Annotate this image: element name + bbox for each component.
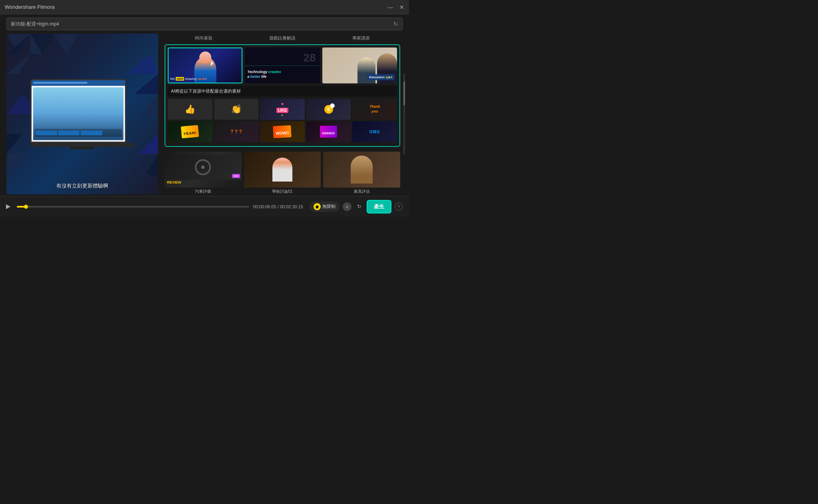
like-content: ♥ LIKE ✦ (276, 101, 289, 117)
car-card-bg: CAR SPORT CAR REVIEW (165, 152, 242, 188)
review-word: REVIEW (167, 180, 181, 184)
ohhh-content: OHHH!! (320, 126, 337, 138)
wow-content: WOW!! (273, 125, 292, 138)
video-content: 有沒有立刻更新體驗啊 (6, 34, 158, 194)
svg-marker-2 (54, 34, 78, 54)
tab-expert[interactable]: 專家講座 (322, 34, 400, 43)
template-card-car[interactable]: CAR SPORT CAR REVIEW (165, 152, 242, 188)
sticker-wow[interactable]: WOW!! (260, 121, 305, 142)
bottom-templates-grid: CAR SPORT CAR REVIEW Two-Way ACADEMIC (165, 152, 400, 188)
tech-number: 28 (304, 51, 316, 64)
unlimited-button[interactable]: 無限制 (310, 202, 340, 212)
steering-wheel (195, 159, 211, 175)
scrollbar[interactable] (403, 73, 405, 154)
progress-thumb[interactable] (24, 205, 28, 209)
plus-icon: + (345, 204, 349, 210)
minimize-button[interactable]: — (387, 4, 393, 10)
sticker-clap[interactable]: 👏 (214, 99, 259, 120)
right-panel: 時尚著裝 遊戲比賽解說 專家講座 We st (161, 34, 403, 194)
academic-person (272, 158, 292, 182)
current-time: 00:00:06:05 (253, 204, 276, 209)
top-templates-grid: We start drawing cards! 28 Technology cr… (168, 47, 397, 83)
academic-card-bg: Two-Way ACADEMIC DIALOGUE (244, 152, 321, 188)
svg-marker-13 (146, 154, 158, 178)
close-button[interactable]: ✕ (399, 4, 404, 10)
thankyou-content: Thankyou (369, 105, 380, 114)
template-card-tech[interactable]: 28 Technology creates a better life (245, 47, 320, 83)
tech-card-bg: 28 Technology creates a better life (245, 47, 320, 83)
car-interior: CAR (165, 155, 242, 180)
gaming-card-text: We start drawing cards! (170, 77, 240, 81)
scrollbar-thumb[interactable] (403, 81, 405, 105)
edu-card-text: Education Q&A (367, 74, 395, 80)
refresh-icon: ↻ (357, 204, 361, 210)
yeah-text: YEAH! (183, 131, 197, 136)
template-card-edu[interactable]: Education Q&A (322, 47, 397, 83)
bottom-labels: 汽車評價 學術討論01 家具評估 (165, 189, 400, 194)
edu-card-bg: Education Q&A (322, 47, 397, 83)
clap-emoji: 👏 (231, 104, 242, 115)
yeah-content: YEAH! (181, 125, 199, 138)
file-bar: 新功能-配音+bgm.mp4 ↻ (6, 18, 403, 30)
unlimited-label: 無限制 (322, 204, 336, 210)
academic-bg (244, 152, 321, 188)
svg-marker-12 (6, 154, 26, 174)
coin-content: $ (324, 105, 333, 114)
time-separator: / (278, 204, 279, 209)
tech-card-text: Technology creates a better life (247, 69, 317, 79)
sticker-thumbsup[interactable]: 👍 (168, 99, 212, 120)
svg-marker-5 (6, 54, 30, 74)
svg-marker-6 (126, 54, 158, 74)
laptop-base (30, 143, 134, 147)
laptop-screen (30, 79, 126, 143)
sticker-ohhh[interactable]: OHHH!! (306, 121, 351, 142)
refresh-button[interactable]: ↻ (355, 202, 363, 211)
furniture-person (351, 156, 373, 184)
tab-fashion[interactable]: 時尚著裝 (165, 34, 243, 43)
progress-bar[interactable] (17, 206, 249, 208)
furniture-card-bg: It's a furniture review video (323, 152, 400, 188)
sticker-question[interactable]: ? ? ? (214, 121, 259, 142)
play-icon (5, 204, 11, 210)
template-card-academic[interactable]: Two-Way ACADEMIC DIALOGUE (244, 152, 321, 188)
tab-gaming[interactable]: 遊戲比賽解說 (243, 34, 322, 43)
video-subtitle: 有沒有立刻更新體驗啊 (6, 182, 158, 190)
svg-marker-9 (142, 94, 158, 114)
app-title: Wondershare Filmora (5, 4, 55, 10)
star-icon (315, 204, 320, 209)
sticker-coin[interactable]: $ (306, 99, 351, 120)
ai-suggestion-bar: AI將從以下資源中搭配最合適的素材 (168, 86, 397, 97)
content-area: 有沒有立刻更新體驗啊 時尚著裝 遊戲比賽解說 專家講座 (0, 34, 409, 196)
help-button[interactable]: ? (395, 203, 403, 211)
wow-text: WOW!! (276, 130, 289, 136)
sticker-yeah[interactable]: YEAH! (168, 121, 212, 142)
like-text: LIKE (276, 108, 289, 113)
unlimited-icon (314, 203, 321, 210)
generate-button[interactable]: 產生 (367, 200, 391, 213)
sticker-like[interactable]: ♥ LIKE ✦ (260, 99, 305, 120)
sticker-omg[interactable]: OMG (352, 121, 397, 142)
gaming-card-bg: We start drawing cards! (169, 48, 242, 83)
plus-button[interactable]: + (343, 202, 351, 211)
like-star: ✦ (281, 114, 284, 117)
coin-wing (330, 103, 335, 108)
sticker-thankyou[interactable]: Thankyou (352, 99, 397, 120)
laptop-stand (70, 147, 94, 149)
video-panel: 有沒有立刻更新體驗啊 (6, 34, 158, 194)
right-bottom-controls: 無限制 + ↻ 產生 ? (306, 200, 406, 213)
scrollbar-container (403, 34, 406, 194)
svg-marker-11 (138, 134, 158, 154)
thankyou-text: Thankyou (369, 105, 380, 114)
svg-marker-10 (6, 134, 22, 154)
total-time: 00:02:30:15 (280, 204, 303, 209)
car-accent: CAR (232, 174, 240, 178)
help-icon: ? (397, 204, 400, 209)
svg-marker-15 (315, 205, 319, 209)
academic-label: 學術討論01 (244, 189, 321, 194)
like-heart-icon: ♥ (281, 101, 284, 107)
template-card-gaming[interactable]: We start drawing cards! (168, 47, 242, 83)
template-card-furniture[interactable]: It's a furniture review video (323, 152, 400, 188)
refresh-icon[interactable]: ↻ (393, 21, 398, 27)
play-button[interactable] (3, 202, 13, 211)
title-bar: Wondershare Filmora — ✕ (0, 0, 409, 14)
